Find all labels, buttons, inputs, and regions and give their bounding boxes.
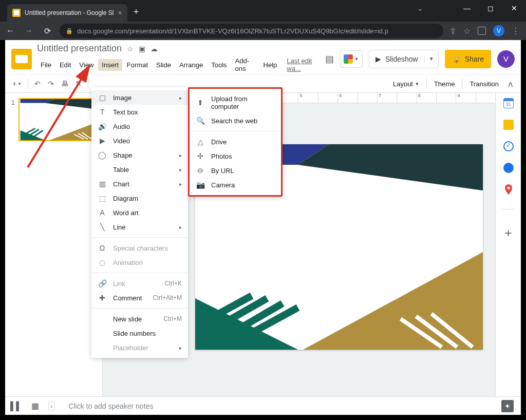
menu-edit[interactable]: Edit — [56, 59, 74, 71]
image-item-search-the-web[interactable]: 🔍Search the web — [190, 113, 281, 128]
menu-view[interactable]: View — [76, 59, 97, 71]
bottom-bar: ▌▌ ▦ ‹ Click to add speaker notes ✦ — [5, 396, 521, 415]
menu-add-ons[interactable]: Add-ons — [232, 55, 259, 74]
nav-reload-button[interactable]: ⟳ — [41, 26, 53, 36]
insert-item-text-box[interactable]: TText box — [91, 105, 188, 119]
menu-insert[interactable]: Insert — [98, 59, 122, 71]
submenu-arrow-icon: ▸ — [179, 152, 182, 158]
contacts-icon[interactable] — [503, 163, 514, 173]
insert-item-slide-numbers[interactable]: Slide numbers — [91, 326, 188, 340]
new-tab-button[interactable]: + — [134, 7, 139, 17]
meet-button[interactable]: ▼ — [340, 50, 363, 68]
menu-format[interactable]: Format — [123, 59, 152, 71]
image-item-by-url[interactable]: ⊖By URL — [190, 163, 281, 178]
slides-favicon — [12, 9, 21, 17]
menu-arrange[interactable]: Arrange — [176, 59, 206, 71]
redo-button[interactable]: ↷ — [45, 78, 57, 90]
omega-icon: Ω — [98, 244, 107, 252]
bookmark-icon[interactable]: ☆ — [463, 26, 471, 36]
window-close-button[interactable]: ✕ — [502, 0, 526, 16]
insert-item-special-characters: ΩSpecial characters — [91, 241, 188, 255]
menu-tools[interactable]: Tools — [208, 59, 230, 71]
submenu-arrow-icon: ▸ — [179, 345, 182, 351]
keep-icon[interactable] — [503, 120, 514, 130]
filmstrip-collapse-icon[interactable]: ‹ — [48, 402, 55, 411]
tasks-icon[interactable]: ✓ — [503, 141, 514, 151]
menu-item-label: Line — [113, 223, 173, 231]
insert-item-chart[interactable]: ▥Chart▸ — [91, 177, 188, 191]
shortcut-label: Ctrl+Alt+M — [153, 294, 182, 301]
nav-forward-button[interactable]: → — [23, 26, 35, 35]
insert-item-comment[interactable]: ✚CommentCtrl+Alt+M — [91, 291, 188, 305]
url-input[interactable]: 🔒 docs.google.com/presentation/d/1VXbnBT… — [60, 24, 443, 38]
grid-view-icon[interactable]: ▦ — [31, 401, 39, 411]
star-icon[interactable]: ☆ — [127, 45, 134, 53]
audio-icon: 🔊 — [98, 122, 107, 130]
new-slide-button[interactable]: +▼ — [9, 78, 25, 90]
menu-item-label: Table — [113, 166, 173, 174]
addons-plus-icon[interactable]: + — [504, 226, 512, 240]
share-page-icon[interactable]: ⇪ — [449, 26, 456, 36]
window-minimize-button[interactable]: — — [455, 0, 479, 16]
layout-button[interactable]: Layout▼ — [389, 78, 423, 90]
chrome-profile-avatar[interactable]: V — [493, 25, 504, 36]
document-title[interactable]: Untitled presentation — [37, 43, 122, 54]
nav-back-button[interactable]: ← — [4, 26, 16, 35]
menu-item-label: Placeholder — [113, 344, 173, 352]
menu-item-label: Video — [113, 137, 182, 145]
browser-address-bar: ← → ⟳ 🔒 docs.google.com/presentation/d/1… — [0, 22, 526, 40]
comments-history-icon[interactable]: ▤ — [325, 53, 334, 65]
image-item-upload-from-computer[interactable]: ⬆Upload from computer — [190, 92, 281, 113]
menu-slide[interactable]: Slide — [153, 59, 175, 71]
image-item-drive[interactable]: △Drive — [190, 135, 281, 149]
collapse-toolbar-icon[interactable]: ʌ — [504, 79, 517, 89]
insert-item-image[interactable]: ▢Image▸ — [91, 90, 188, 105]
last-edit-link[interactable]: Last edit wa... — [287, 57, 320, 72]
transition-button[interactable]: Transition — [465, 78, 503, 90]
image-item-photos[interactable]: ✣Photos — [190, 149, 281, 163]
window-maximize-button[interactable]: ◻ — [479, 0, 502, 16]
insert-item-video[interactable]: ▶Video — [91, 133, 188, 148]
anim-icon: ◌ — [98, 258, 107, 266]
menu-item-label: Animation — [113, 259, 182, 266]
explore-button[interactable]: ✦ — [501, 400, 514, 412]
insert-item-audio[interactable]: 🔊Audio — [91, 119, 188, 133]
undo-button[interactable]: ↶ — [31, 78, 44, 90]
app-header: Untitled presentation ☆ ▣ ☁ FileEditView… — [5, 40, 521, 74]
tab-overflow-icon[interactable]: ⌄ — [417, 4, 423, 12]
insert-item-line[interactable]: ╲Line▸ — [91, 220, 188, 234]
filmstrip-view-icon[interactable]: ▌▌ — [10, 402, 22, 411]
slideshow-label: Slideshow — [385, 55, 418, 63]
slideshow-dropdown-icon[interactable]: ▼ — [424, 56, 438, 62]
insert-item-animation: ◌Animation — [91, 255, 188, 270]
image-item-camera[interactable]: 📷Camera — [190, 178, 281, 192]
menu-help[interactable]: Help — [260, 59, 281, 71]
print-button[interactable]: 🖶 — [58, 78, 71, 90]
share-button[interactable]: 🔒 Share — [445, 50, 491, 68]
insert-item-word-art[interactable]: AWord art — [91, 205, 188, 220]
speaker-notes-placeholder[interactable]: Click to add speaker notes — [64, 402, 492, 410]
move-icon[interactable]: ▣ — [139, 45, 145, 53]
tab-title: Untitled presentation - Google Sl — [25, 9, 114, 16]
paint-format-button[interactable]: ✎ — [72, 78, 85, 90]
image-icon: ▢ — [98, 93, 107, 102]
menu-file[interactable]: File — [37, 59, 55, 71]
search-icon: 🔍 — [196, 117, 205, 125]
maps-icon[interactable] — [503, 184, 514, 195]
insert-item-table[interactable]: Table▸ — [91, 162, 188, 177]
insert-item-new-slide[interactable]: New slideCtrl+M — [91, 312, 188, 326]
theme-button[interactable]: Theme — [430, 78, 459, 90]
lock-icon: 🔒 — [66, 28, 73, 34]
insert-item-shape[interactable]: ◯Shape▸ — [91, 148, 188, 162]
chrome-menu-icon[interactable]: ⋮ — [512, 26, 520, 36]
browser-tab[interactable]: Untitled presentation - Google Sl × — [7, 4, 127, 22]
extensions-icon[interactable] — [478, 27, 486, 35]
calendar-icon[interactable]: 31 — [503, 98, 514, 108]
slides-logo-icon[interactable] — [11, 49, 32, 69]
tab-close-icon[interactable]: × — [118, 9, 122, 17]
insert-item-diagram[interactable]: ⬚Diagram — [91, 191, 188, 205]
cloud-status-icon[interactable]: ☁ — [151, 45, 158, 53]
slideshow-button[interactable]: ▶Slideshow ▼ — [369, 50, 439, 68]
account-avatar[interactable]: V — [497, 50, 515, 68]
slide-thumbnail[interactable] — [18, 98, 96, 141]
